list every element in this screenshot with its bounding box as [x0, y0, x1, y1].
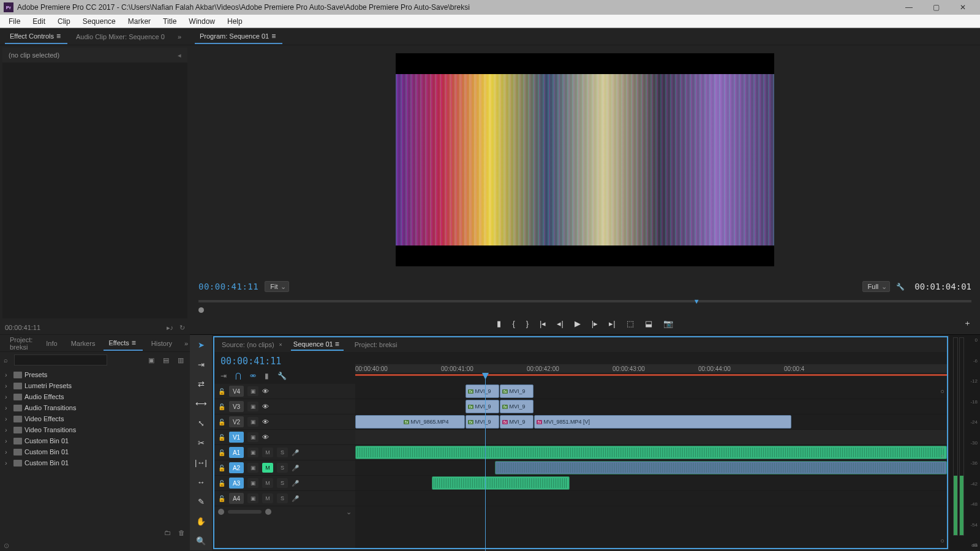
video-clip[interactable]: fxMVI_9865.MP4 — [355, 415, 465, 429]
eye-icon[interactable]: 👁 — [262, 433, 269, 441]
step-forward-icon[interactable]: |▸ — [592, 319, 598, 328]
tab-source[interactable]: Source: (no clips) — [219, 340, 277, 350]
video-clip[interactable]: fxMVI_9 — [466, 400, 499, 413]
tree-item[interactable]: ›Audio Effects — [0, 391, 190, 402]
32bit-filter-icon[interactable]: ▤ — [160, 356, 172, 364]
close-button[interactable]: ✕ — [949, 0, 976, 15]
export-frame-icon[interactable]: 📷 — [663, 319, 673, 328]
mic-icon[interactable]: 🎤 — [292, 480, 299, 487]
overflow-icon[interactable]: » — [181, 339, 192, 348]
menu-clip[interactable]: Clip — [51, 16, 77, 27]
button-editor-icon[interactable]: ＋ — [963, 318, 971, 329]
delete-icon[interactable]: 🗑 — [178, 529, 185, 536]
menu-window[interactable]: Window — [183, 16, 221, 27]
tab-effects[interactable]: Effects — [104, 336, 142, 351]
slide-tool-icon[interactable]: ↔ — [194, 476, 208, 488]
track-header-v4[interactable]: 🔓V4▣👁 — [214, 384, 355, 399]
zoom-handle-icon[interactable] — [218, 509, 224, 515]
audio-clip[interactable] — [495, 461, 947, 474]
track-header-a4[interactable]: 🔓A4▣MS🎤 — [214, 491, 355, 506]
menu-file[interactable]: File — [2, 16, 26, 27]
accelerated-filter-icon[interactable]: ▣ — [146, 356, 157, 364]
pen-tool-icon[interactable]: ✎ — [194, 495, 208, 508]
scroll-handle-icon[interactable]: ○ — [940, 452, 944, 460]
lock-icon[interactable]: 🔓 — [218, 388, 225, 395]
mark-in-icon[interactable]: ▮ — [497, 319, 501, 328]
track-select-tool-icon[interactable]: ⇥ — [194, 358, 208, 370]
quality-dropdown[interactable]: Full — [862, 281, 891, 292]
selection-tool-icon[interactable]: ➤ — [194, 339, 208, 351]
tree-item[interactable]: ›Custom Bin 01 — [0, 435, 190, 446]
tab-effect-controls[interactable]: Effect Controls — [5, 29, 67, 44]
video-clip[interactable]: fxMVI_9 — [466, 415, 499, 429]
eye-icon[interactable]: 👁 — [262, 388, 269, 395]
lock-icon[interactable]: 🔓 — [218, 403, 225, 410]
audio-clip[interactable] — [355, 446, 947, 459]
menu-sequence[interactable]: Sequence — [77, 16, 122, 27]
mute-button[interactable]: M — [262, 493, 273, 503]
tab-sequence[interactable]: Sequence 01 — [291, 339, 344, 351]
video-clip[interactable]: fxMVI_9 — [466, 384, 499, 398]
go-to-in-icon[interactable]: |◂ — [540, 319, 546, 328]
slip-tool-icon[interactable]: |↔| — [194, 456, 208, 468]
play-only-icon[interactable]: ▸♪ — [167, 324, 174, 332]
audio-clip[interactable] — [432, 476, 570, 490]
mute-button[interactable]: M — [262, 463, 273, 473]
video-clip[interactable]: fxMVI_9851.MP4 [V] — [534, 415, 791, 429]
tree-item[interactable]: ›Custom Bin 01 — [0, 446, 190, 457]
new-bin-icon[interactable]: 🗀 — [164, 529, 171, 536]
tree-item[interactable]: ›Presets — [0, 369, 190, 380]
program-timecode[interactable]: 00:00:41:11 — [198, 282, 258, 291]
lock-icon[interactable]: 🔓 — [218, 434, 225, 441]
settings-icon[interactable]: 🔧 — [896, 283, 905, 291]
panel-menu-icon[interactable] — [335, 340, 341, 348]
mic-icon[interactable]: 🎤 — [292, 465, 299, 471]
minimize-button[interactable]: — — [895, 0, 922, 15]
maximize-button[interactable]: ▢ — [922, 0, 949, 15]
play-icon[interactable]: ▶ — [575, 319, 581, 328]
scroll-handle-icon[interactable]: ○ — [940, 444, 944, 451]
track-header-v1[interactable]: 🔓V1▣👁 — [214, 430, 355, 445]
mute-button[interactable]: M — [262, 478, 273, 488]
snap-icon[interactable]: ⋂ — [235, 372, 241, 380]
solo-button[interactable]: S — [277, 463, 288, 473]
track-header-a2[interactable]: 🔓A2▣MS🎤 — [214, 460, 355, 476]
timeline-tracks[interactable]: fxMVI_9 fxMVI_9 fxMVI_9 fxMVI_9 fxMVI_98… — [355, 384, 947, 548]
tree-item[interactable]: ›Lumetri Presets — [0, 380, 190, 391]
expand-icon[interactable]: ⌄ — [346, 508, 352, 516]
tab-program[interactable]: Program: Sequence 01 — [195, 29, 282, 44]
close-tab-icon[interactable]: × — [279, 342, 282, 348]
step-back-icon[interactable]: ◂| — [557, 319, 563, 328]
eye-icon[interactable]: 👁 — [262, 403, 269, 410]
video-clip[interactable]: fxMVI_9 — [500, 400, 533, 413]
track-header-a1[interactable]: 🔓A1▣MS🎤 — [214, 445, 355, 460]
solo-button[interactable]: S — [277, 448, 288, 457]
panel-menu-icon[interactable] — [132, 339, 138, 347]
rolling-edit-tool-icon[interactable]: ⟷ — [194, 397, 208, 410]
lock-icon[interactable]: 🔓 — [218, 465, 225, 471]
yuv-filter-icon[interactable]: ▥ — [175, 356, 186, 364]
playhead-icon[interactable] — [482, 373, 489, 380]
tab-timeline-project[interactable]: Project: breksi — [352, 340, 400, 350]
vertical-zoom-slider[interactable] — [228, 510, 262, 514]
program-monitor[interactable] — [396, 53, 774, 266]
hand-tool-icon[interactable]: ✋ — [194, 515, 208, 527]
scroll-handle-icon[interactable]: ○ — [940, 537, 944, 544]
loop-icon[interactable]: ↻ — [179, 324, 185, 332]
menu-title[interactable]: Title — [157, 16, 183, 27]
tree-item[interactable]: ›Video Transitions — [0, 424, 190, 435]
tree-item[interactable]: ›Video Effects — [0, 413, 190, 424]
panel-menu-icon[interactable] — [56, 32, 62, 40]
insert-overwrite-icon[interactable]: ⇥ — [221, 372, 227, 380]
scroll-handle-icon[interactable]: ○ — [940, 388, 944, 395]
tab-history[interactable]: History — [146, 337, 177, 350]
overflow-icon[interactable]: » — [174, 32, 185, 42]
zoom-fit-dropdown[interactable]: Fit — [265, 281, 289, 292]
rate-stretch-tool-icon[interactable]: ⤡ — [194, 417, 208, 429]
tab-project[interactable]: Project: breksi — [5, 334, 37, 353]
menu-help[interactable]: Help — [221, 16, 249, 27]
effects-search-input[interactable] — [14, 354, 107, 365]
panel-menu-icon[interactable] — [271, 32, 277, 40]
video-clip[interactable]: fxMVI_9 — [500, 384, 533, 398]
solo-button[interactable]: S — [277, 478, 288, 488]
